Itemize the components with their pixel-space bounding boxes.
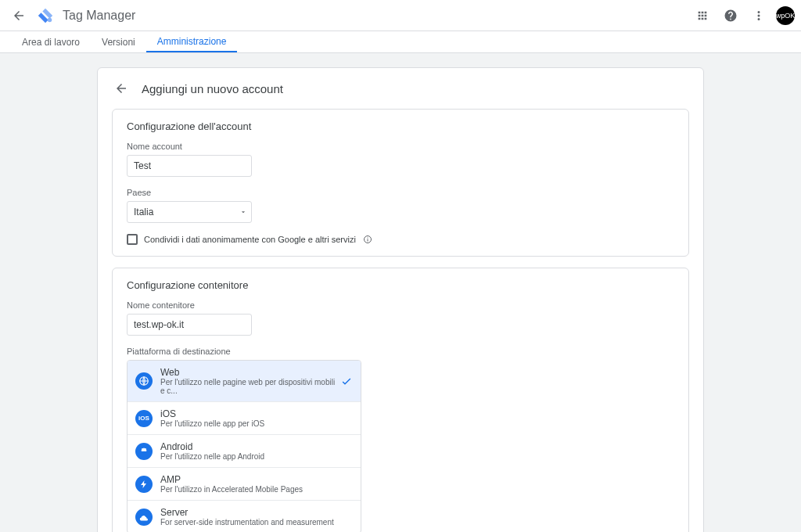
account-config-card: Configurazione dell'account Nome account… <box>112 109 689 257</box>
tab-versions[interactable]: Versioni <box>91 31 146 52</box>
check-icon <box>340 375 353 387</box>
platform-desc: For server-side instrumentation and meas… <box>160 518 334 527</box>
country-select[interactable] <box>127 201 252 223</box>
share-data-checkbox[interactable] <box>127 234 138 245</box>
more-icon[interactable] <box>746 3 771 28</box>
avatar[interactable]: wpOK <box>776 6 795 25</box>
platform-title: Web <box>160 367 340 378</box>
apps-icon[interactable] <box>690 3 715 28</box>
page-title: Aggiungi un nuovo account <box>142 82 283 95</box>
platform-desc: Per l'utilizzo nelle pagine web per disp… <box>160 378 340 395</box>
back-button[interactable] <box>112 79 131 98</box>
share-data-label: Condividi i dati anonimamente con Google… <box>144 235 356 244</box>
platform-title: Android <box>160 441 264 452</box>
gtm-logo-icon <box>36 6 55 25</box>
app-title: Tag Manager <box>63 9 687 23</box>
platform-android[interactable]: Android Per l'utilizzo nelle app Android <box>128 435 361 468</box>
page-background: Aggiungi un nuovo account Configurazione… <box>0 53 801 532</box>
help-icon[interactable] <box>718 3 743 28</box>
container-heading: Configurazione contenitore <box>127 279 674 291</box>
main-card: Aggiungi un nuovo account Configurazione… <box>97 67 704 532</box>
country-label: Paese <box>127 188 674 197</box>
platform-title: Server <box>160 507 334 518</box>
svg-point-0 <box>48 17 52 22</box>
account-name-input[interactable] <box>127 155 252 177</box>
account-name-label: Nome account <box>127 142 674 151</box>
info-icon[interactable] <box>362 234 373 245</box>
main-header: Aggiungi un nuovo account <box>98 68 703 109</box>
container-name-label: Nome contenitore <box>127 300 674 310</box>
platform-desc: Per l'utilizzo nelle app Android <box>160 452 264 461</box>
platform-server[interactable]: Server For server-side instrumentation a… <box>128 501 361 532</box>
nav-tabs: Area di lavoro Versioni Amministrazione <box>0 31 801 53</box>
tab-workspace[interactable]: Area di lavoro <box>11 31 91 52</box>
ios-icon: iOS <box>135 410 153 427</box>
account-heading: Configurazione dell'account <box>127 120 674 132</box>
platform-list: Web Per l'utilizzo nelle pagine web per … <box>127 360 361 532</box>
web-icon <box>135 372 153 390</box>
platform-title: iOS <box>160 408 264 419</box>
back-icon[interactable] <box>6 3 31 28</box>
platform-amp[interactable]: AMP Per l'utilizzo in Accelerated Mobile… <box>128 468 361 501</box>
platform-title: AMP <box>160 474 303 485</box>
top-bar: Tag Manager wpOK <box>0 0 801 31</box>
share-data-row: Condividi i dati anonimamente con Google… <box>127 234 674 245</box>
platform-ios[interactable]: iOS iOS Per l'utilizzo nelle app per iOS <box>128 402 361 435</box>
container-config-card: Configurazione contenitore Nome contenit… <box>112 268 689 532</box>
platform-label: Piattaforma di destinazione <box>127 347 674 356</box>
amp-icon <box>135 476 153 493</box>
tab-admin[interactable]: Amministrazione <box>146 31 238 52</box>
android-icon <box>135 443 153 460</box>
server-icon <box>135 509 153 526</box>
platform-web[interactable]: Web Per l'utilizzo nelle pagine web per … <box>128 361 361 402</box>
container-name-input[interactable] <box>127 314 252 336</box>
platform-desc: Per l'utilizzo in Accelerated Mobile Pag… <box>160 485 303 494</box>
platform-desc: Per l'utilizzo nelle app per iOS <box>160 419 264 428</box>
